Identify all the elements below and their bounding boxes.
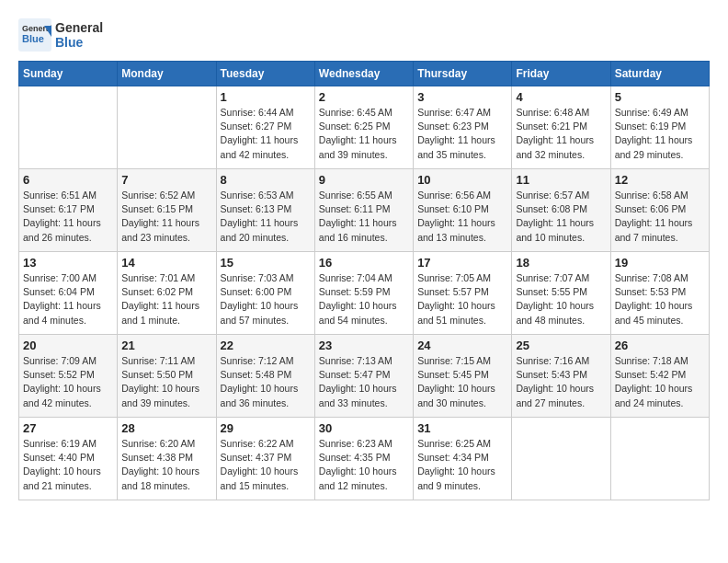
col-header-sunday: Sunday bbox=[19, 62, 118, 86]
calendar-cell: 30Sunrise: 6:23 AM Sunset: 4:35 PM Dayli… bbox=[314, 418, 413, 500]
day-info: Sunrise: 6:49 AM Sunset: 6:19 PM Dayligh… bbox=[615, 106, 705, 162]
day-number: 13 bbox=[23, 256, 113, 270]
logo-blue: Blue bbox=[55, 35, 83, 50]
day-number: 25 bbox=[516, 339, 606, 352]
day-info: Sunrise: 6:20 AM Sunset: 4:38 PM Dayligh… bbox=[121, 437, 211, 493]
day-number: 8 bbox=[221, 173, 311, 187]
day-info: Sunrise: 6:48 AM Sunset: 6:21 PM Dayligh… bbox=[516, 106, 606, 162]
day-number: 12 bbox=[615, 173, 705, 187]
day-number: 6 bbox=[23, 173, 113, 187]
calendar-cell: 28Sunrise: 6:20 AM Sunset: 4:38 PM Dayli… bbox=[118, 418, 216, 500]
day-info: Sunrise: 6:23 AM Sunset: 4:35 PM Dayligh… bbox=[319, 437, 409, 493]
day-info: Sunrise: 7:08 AM Sunset: 5:53 PM Dayligh… bbox=[615, 271, 705, 327]
day-info: Sunrise: 6:25 AM Sunset: 4:34 PM Dayligh… bbox=[417, 437, 507, 493]
day-number: 14 bbox=[121, 256, 211, 270]
calendar-week-4: 20Sunrise: 7:09 AM Sunset: 5:52 PM Dayli… bbox=[19, 335, 710, 418]
logo: General Blue General Blue bbox=[18, 18, 103, 52]
day-number: 22 bbox=[221, 339, 311, 352]
col-header-tuesday: Tuesday bbox=[216, 62, 314, 86]
calendar-week-3: 13Sunrise: 7:00 AM Sunset: 6:04 PM Dayli… bbox=[19, 252, 710, 335]
calendar-cell: 24Sunrise: 7:15 AM Sunset: 5:45 PM Dayli… bbox=[414, 335, 512, 418]
day-number: 28 bbox=[121, 421, 211, 435]
col-header-friday: Friday bbox=[512, 62, 610, 86]
day-number: 19 bbox=[615, 256, 705, 270]
day-info: Sunrise: 6:47 AM Sunset: 6:23 PM Dayligh… bbox=[417, 106, 507, 162]
day-info: Sunrise: 7:00 AM Sunset: 6:04 PM Dayligh… bbox=[23, 271, 113, 327]
day-number: 5 bbox=[615, 90, 705, 104]
calendar-cell: 8Sunrise: 6:53 AM Sunset: 6:13 PM Daylig… bbox=[216, 169, 314, 252]
calendar-cell: 17Sunrise: 7:05 AM Sunset: 5:57 PM Dayli… bbox=[414, 252, 512, 335]
day-number: 27 bbox=[23, 421, 113, 435]
day-number: 21 bbox=[121, 339, 211, 352]
day-number: 9 bbox=[319, 173, 409, 187]
day-number: 1 bbox=[221, 90, 311, 104]
day-number: 7 bbox=[121, 173, 211, 187]
calendar-week-5: 27Sunrise: 6:19 AM Sunset: 4:40 PM Dayli… bbox=[19, 418, 710, 500]
day-info: Sunrise: 6:56 AM Sunset: 6:10 PM Dayligh… bbox=[417, 189, 507, 245]
day-number: 24 bbox=[417, 339, 507, 352]
calendar-cell bbox=[118, 86, 216, 169]
calendar-cell: 23Sunrise: 7:13 AM Sunset: 5:47 PM Dayli… bbox=[314, 335, 413, 418]
day-info: Sunrise: 7:01 AM Sunset: 6:02 PM Dayligh… bbox=[121, 271, 211, 327]
calendar-cell: 19Sunrise: 7:08 AM Sunset: 5:53 PM Dayli… bbox=[610, 252, 709, 335]
day-number: 30 bbox=[319, 421, 409, 435]
day-info: Sunrise: 7:12 AM Sunset: 5:48 PM Dayligh… bbox=[221, 354, 311, 410]
calendar-table: SundayMondayTuesdayWednesdayThursdayFrid… bbox=[18, 61, 710, 500]
calendar-cell bbox=[610, 418, 709, 500]
col-header-thursday: Thursday bbox=[414, 62, 512, 86]
calendar-cell: 18Sunrise: 7:07 AM Sunset: 5:55 PM Dayli… bbox=[512, 252, 610, 335]
day-info: Sunrise: 6:53 AM Sunset: 6:13 PM Dayligh… bbox=[221, 189, 311, 245]
day-number: 20 bbox=[23, 339, 113, 352]
day-info: Sunrise: 7:15 AM Sunset: 5:45 PM Dayligh… bbox=[417, 354, 507, 410]
header: General Blue General Blue bbox=[18, 18, 710, 52]
calendar-cell: 10Sunrise: 6:56 AM Sunset: 6:10 PM Dayli… bbox=[414, 169, 512, 252]
day-info: Sunrise: 7:09 AM Sunset: 5:52 PM Dayligh… bbox=[23, 354, 113, 410]
calendar-cell: 1Sunrise: 6:44 AM Sunset: 6:27 PM Daylig… bbox=[216, 86, 314, 169]
logo-general: General bbox=[55, 20, 103, 35]
calendar-body: 1Sunrise: 6:44 AM Sunset: 6:27 PM Daylig… bbox=[19, 86, 710, 500]
day-number: 16 bbox=[319, 256, 409, 270]
day-info: Sunrise: 6:45 AM Sunset: 6:25 PM Dayligh… bbox=[319, 106, 409, 162]
calendar-cell: 21Sunrise: 7:11 AM Sunset: 5:50 PM Dayli… bbox=[118, 335, 216, 418]
day-info: Sunrise: 7:03 AM Sunset: 6:00 PM Dayligh… bbox=[221, 271, 311, 327]
calendar-cell: 12Sunrise: 6:58 AM Sunset: 6:06 PM Dayli… bbox=[610, 169, 709, 252]
day-info: Sunrise: 6:57 AM Sunset: 6:08 PM Dayligh… bbox=[516, 189, 606, 245]
calendar-cell: 26Sunrise: 7:18 AM Sunset: 5:42 PM Dayli… bbox=[610, 335, 709, 418]
day-info: Sunrise: 6:44 AM Sunset: 6:27 PM Dayligh… bbox=[221, 106, 311, 162]
day-info: Sunrise: 7:13 AM Sunset: 5:47 PM Dayligh… bbox=[319, 354, 409, 410]
day-number: 23 bbox=[319, 339, 409, 352]
day-number: 31 bbox=[417, 421, 507, 435]
calendar-cell: 31Sunrise: 6:25 AM Sunset: 4:34 PM Dayli… bbox=[414, 418, 512, 500]
day-number: 4 bbox=[516, 90, 606, 104]
day-info: Sunrise: 6:19 AM Sunset: 4:40 PM Dayligh… bbox=[23, 437, 113, 493]
day-info: Sunrise: 7:18 AM Sunset: 5:42 PM Dayligh… bbox=[615, 354, 705, 410]
day-info: Sunrise: 6:52 AM Sunset: 6:15 PM Dayligh… bbox=[121, 189, 211, 245]
calendar-cell: 2Sunrise: 6:45 AM Sunset: 6:25 PM Daylig… bbox=[314, 86, 413, 169]
day-info: Sunrise: 7:07 AM Sunset: 5:55 PM Dayligh… bbox=[516, 271, 606, 327]
svg-text:Blue: Blue bbox=[22, 33, 44, 44]
calendar-header-row: SundayMondayTuesdayWednesdayThursdayFrid… bbox=[19, 62, 710, 86]
calendar-cell: 6Sunrise: 6:51 AM Sunset: 6:17 PM Daylig… bbox=[19, 169, 118, 252]
calendar-cell: 11Sunrise: 6:57 AM Sunset: 6:08 PM Dayli… bbox=[512, 169, 610, 252]
col-header-wednesday: Wednesday bbox=[314, 62, 413, 86]
day-number: 2 bbox=[319, 90, 409, 104]
calendar-cell bbox=[512, 418, 610, 500]
day-info: Sunrise: 7:11 AM Sunset: 5:50 PM Dayligh… bbox=[121, 354, 211, 410]
calendar-cell: 3Sunrise: 6:47 AM Sunset: 6:23 PM Daylig… bbox=[414, 86, 512, 169]
day-number: 3 bbox=[417, 90, 507, 104]
calendar-cell: 25Sunrise: 7:16 AM Sunset: 5:43 PM Dayli… bbox=[512, 335, 610, 418]
day-info: Sunrise: 6:22 AM Sunset: 4:37 PM Dayligh… bbox=[221, 437, 311, 493]
day-number: 29 bbox=[221, 421, 311, 435]
calendar-cell: 16Sunrise: 7:04 AM Sunset: 5:59 PM Dayli… bbox=[314, 252, 413, 335]
day-info: Sunrise: 6:55 AM Sunset: 6:11 PM Dayligh… bbox=[319, 189, 409, 245]
day-info: Sunrise: 7:16 AM Sunset: 5:43 PM Dayligh… bbox=[516, 354, 606, 410]
calendar-cell: 13Sunrise: 7:00 AM Sunset: 6:04 PM Dayli… bbox=[19, 252, 118, 335]
calendar-week-1: 1Sunrise: 6:44 AM Sunset: 6:27 PM Daylig… bbox=[19, 86, 710, 169]
calendar-cell: 14Sunrise: 7:01 AM Sunset: 6:02 PM Dayli… bbox=[118, 252, 216, 335]
calendar-cell: 5Sunrise: 6:49 AM Sunset: 6:19 PM Daylig… bbox=[610, 86, 709, 169]
day-number: 18 bbox=[516, 256, 606, 270]
day-number: 15 bbox=[221, 256, 311, 270]
day-number: 26 bbox=[615, 339, 705, 352]
day-number: 10 bbox=[417, 173, 507, 187]
day-info: Sunrise: 7:05 AM Sunset: 5:57 PM Dayligh… bbox=[417, 271, 507, 327]
